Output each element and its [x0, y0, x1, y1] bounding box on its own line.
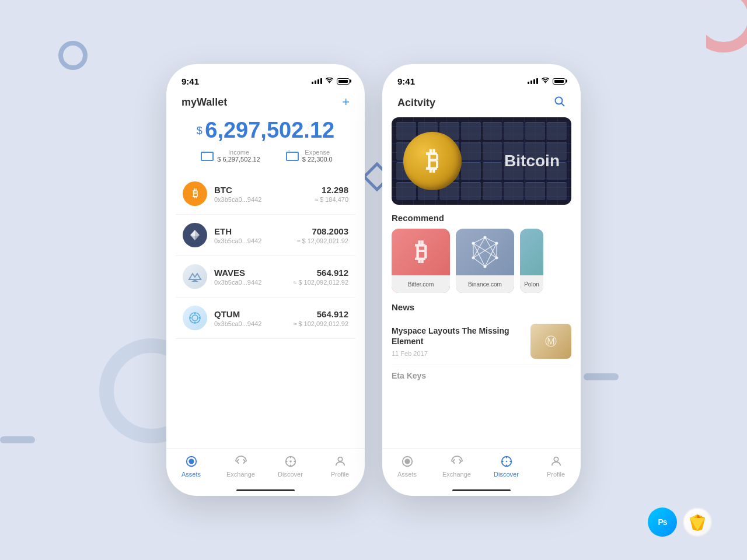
qtum-usd: ≈ $ 102,092,012.92	[293, 320, 348, 327]
coin-item-qtum[interactable]: QTUM 0x3b5ca0...9442 564.912 ≈ $ 102,092…	[176, 298, 355, 339]
nav-discover[interactable]: Discover	[266, 454, 315, 478]
svg-point-15	[290, 461, 291, 462]
balance-dollar-sign: $	[197, 125, 203, 136]
news-item-1[interactable]: Myspace Layouts The Missing Element 11 F…	[392, 318, 571, 365]
news-item-2[interactable]: Eta Keys	[392, 365, 571, 386]
profile-icon-activity	[549, 454, 563, 468]
eth-values: 708.2003 ≈ $ 12,092,021.92	[296, 226, 348, 244]
nav-discover-label: Discover	[278, 471, 303, 478]
home-indicator-activity	[452, 489, 511, 491]
nav-exchange[interactable]: Exchange	[216, 454, 266, 478]
svg-point-10	[190, 317, 191, 319]
recommend-card-binance[interactable]: Binance.com	[456, 229, 514, 293]
waves-name: WAVES	[214, 268, 293, 278]
wifi-icon-activity	[541, 78, 550, 85]
tools-row: Ps	[648, 508, 712, 537]
exchange-icon-activity	[450, 454, 464, 468]
status-icons-wallet	[312, 78, 350, 85]
recommend-card-bitter[interactable]: ₿ Bitter.com	[392, 229, 450, 293]
expense-stat: Expense $ 22,300.0	[284, 149, 333, 163]
battery-icon-activity	[553, 78, 566, 85]
assets-icon	[184, 454, 198, 468]
nav-profile-wallet[interactable]: Profile	[315, 454, 365, 478]
svg-point-6	[190, 313, 200, 323]
recommend-card-polone[interactable]: Polon	[520, 229, 543, 293]
btc-name: BTC	[214, 185, 315, 195]
photoshop-badge: Ps	[648, 508, 677, 537]
svg-point-33	[484, 265, 486, 268]
eth-usd: ≈ $ 12,092,021.92	[296, 237, 348, 244]
income-value: $ 6,297,502.12	[217, 156, 260, 163]
balance-section: $ 6,297,502.12 Income $ 6,297,502.12 Exp…	[166, 112, 365, 173]
activity-banner: ₿ Bitcoin	[392, 117, 571, 205]
news-date-1: 11 Feb 2017	[392, 350, 523, 357]
qtum-info: QTUM 0x3b5ca0...9442	[214, 309, 293, 327]
waves-info: WAVES 0x3b5ca0...9442	[214, 268, 293, 286]
svg-point-20	[338, 457, 342, 461]
income-label: Income	[217, 149, 260, 156]
coin-list: ₿ BTC 0x3b5ca0...9442 12.298 ≈ $ 184,470	[166, 173, 365, 448]
coin-item-btc[interactable]: ₿ BTC 0x3b5ca0...9442 12.298 ≈ $ 184,470	[176, 173, 355, 215]
svg-point-9	[194, 322, 196, 324]
nav-assets-activity[interactable]: Assets	[382, 454, 432, 478]
bitter-name: Bitter.com	[392, 275, 450, 293]
wifi-icon-wallet	[325, 78, 334, 85]
add-button[interactable]: +	[342, 96, 350, 108]
btc-amount: 12.298	[315, 185, 348, 195]
coin-item-eth[interactable]: ETH 0x3b5ca0...9442 708.2003 ≈ $ 12,092,…	[176, 215, 355, 256]
svg-point-21	[556, 97, 563, 104]
polone-name: Polon	[520, 275, 543, 293]
expense-label: Expense	[302, 149, 333, 156]
qtum-logo	[183, 306, 207, 330]
signal-bars-wallet	[312, 78, 322, 84]
svg-line-22	[561, 103, 564, 106]
nav-profile-label-wallet: Profile	[331, 471, 349, 478]
svg-point-32	[495, 257, 498, 259]
svg-point-44	[554, 457, 558, 461]
svg-point-37	[405, 459, 409, 463]
svg-point-39	[506, 461, 507, 462]
wallet-title: myWallet	[181, 96, 227, 108]
svg-point-34	[472, 257, 474, 259]
recommend-list: ₿ Bitter.com	[392, 229, 571, 293]
waves-amount: 564.912	[293, 268, 348, 278]
waves-address: 0x3b5ca0...9442	[214, 279, 293, 286]
binance-name: Binance.com	[456, 275, 514, 293]
nav-profile-activity[interactable]: Profile	[531, 454, 581, 478]
income-info: Income $ 6,297,502.12	[217, 149, 260, 163]
btc-address: 0x3b5ca0...9442	[214, 196, 315, 203]
btc-usd: ≈ $ 184,470	[315, 196, 348, 203]
nav-assets[interactable]: Assets	[166, 454, 216, 478]
exchange-icon	[234, 454, 248, 468]
discover-icon-activity	[500, 454, 514, 468]
bitter-icon: ₿	[392, 229, 450, 275]
discover-icon	[284, 454, 298, 468]
activity-header: Acitvity	[382, 90, 581, 117]
svg-point-35	[472, 242, 474, 244]
search-button[interactable]	[554, 96, 566, 110]
nav-exchange-label: Exchange	[226, 471, 255, 478]
status-icons-activity	[528, 78, 566, 85]
bg-decoration-circle-blue	[58, 41, 88, 70]
btc-values: 12.298 ≈ $ 184,470	[315, 185, 348, 203]
balance-amount: 6,297,502.12	[205, 118, 334, 142]
bitcoin-coin-image: ₿	[403, 132, 462, 190]
nav-profile-label-activity: Profile	[547, 471, 565, 478]
news-headline-2: Eta Keys	[392, 371, 571, 380]
qtum-name: QTUM	[214, 309, 293, 319]
waves-logo	[183, 264, 207, 289]
waves-values: 564.912 ≈ $ 102,092,012.92	[293, 268, 348, 286]
nav-exchange-activity[interactable]: Exchange	[432, 454, 481, 478]
wallet-header: myWallet +	[166, 90, 365, 112]
status-bar-activity: 9:41	[382, 64, 581, 90]
svg-point-11	[199, 317, 201, 319]
svg-point-13	[189, 459, 194, 464]
qtum-amount: 564.912	[293, 309, 348, 319]
nav-discover-activity[interactable]: Discover	[481, 454, 531, 478]
nav-assets-label: Assets	[181, 471, 201, 478]
expense-info: Expense $ 22,300.0	[302, 149, 333, 163]
battery-icon-wallet	[337, 78, 350, 85]
news-info-1: Myspace Layouts The Missing Element 11 F…	[392, 326, 523, 357]
svg-point-30	[484, 236, 486, 239]
coin-item-waves[interactable]: WAVES 0x3b5ca0...9442 564.912 ≈ $ 102,09…	[176, 256, 355, 298]
